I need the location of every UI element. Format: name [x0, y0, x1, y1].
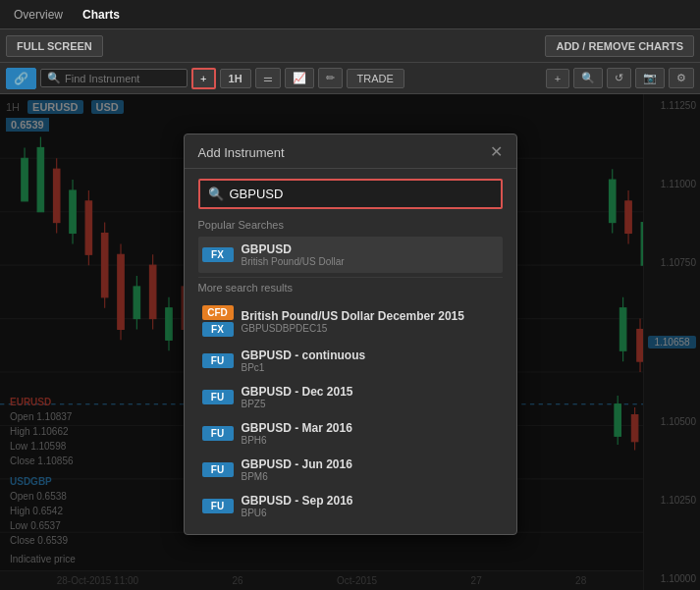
- result-name-0: GBPUSD: [242, 242, 345, 256]
- modal-search-icon: 🔍: [208, 187, 224, 201]
- more-result-sub-3: BPH6: [242, 435, 352, 446]
- more-result-4[interactable]: FU GBPUSD - Jun 2016 BPM6: [198, 452, 503, 488]
- more-result-text-2: GBPUSD - Dec 2015 BPZ5: [242, 385, 353, 409]
- chart-type-button[interactable]: ⚌: [255, 68, 281, 88]
- refresh-button[interactable]: ↺: [607, 68, 631, 88]
- badge-fu-5: FU: [202, 499, 234, 513]
- badge-fu-2: FU: [202, 390, 234, 404]
- find-instrument-input[interactable]: [65, 73, 181, 84]
- more-result-sub-4: BPM6: [242, 471, 352, 482]
- modal-search-container[interactable]: 🔍: [198, 179, 503, 209]
- result-sub-0: British Pound/US Dollar: [242, 256, 345, 267]
- more-result-sub-1: BPc1: [242, 362, 366, 373]
- search-icon: 🔍: [47, 72, 61, 84]
- badge-fx-more-0: FX: [202, 322, 234, 337]
- chart-toolbar: 🔗 🔍 + 1H ⚌ 📈 ✏ TRADE + 🔍 ↺ 📷 ⚙: [0, 63, 700, 94]
- result-text-0: GBPUSD British Pound/US Dollar: [242, 242, 345, 267]
- modal-overlay[interactable]: Add Instrument ✕ 🔍 Popular Searches FX G…: [0, 94, 700, 590]
- more-section-title: More search results: [198, 282, 503, 294]
- add-remove-charts-button[interactable]: ADD / REMOVE CHARTS: [545, 35, 694, 57]
- more-result-text-5: GBPUSD - Sep 2016 BPU6: [242, 494, 353, 518]
- toolbar-right: ADD / REMOVE CHARTS: [545, 35, 694, 57]
- nav-overview[interactable]: Overview: [8, 4, 69, 26]
- modal-search-input[interactable]: [230, 187, 493, 201]
- indicators-button[interactable]: 📈: [285, 68, 314, 88]
- modal-close-button[interactable]: ✕: [490, 144, 503, 160]
- more-result-text-3: GBPUSD - Mar 2016 BPH6: [242, 421, 352, 446]
- draw-button[interactable]: ✏: [318, 68, 343, 88]
- more-result-name-5: GBPUSD - Sep 2016: [242, 494, 353, 508]
- more-result-text-1: GBPUSD - continuous BPc1: [242, 349, 366, 373]
- add-instrument-button[interactable]: +: [191, 68, 215, 89]
- more-result-name-3: GBPUSD - Mar 2016: [242, 421, 352, 435]
- add-instrument-modal: Add Instrument ✕ 🔍 Popular Searches FX G…: [184, 134, 517, 535]
- more-result-1[interactable]: FU GBPUSD - continuous BPc1: [198, 343, 503, 379]
- toolbar-left: FULL SCREEN: [6, 35, 103, 57]
- nav-charts[interactable]: Charts: [77, 4, 126, 26]
- more-result-text-0: British Pound/US Dollar December 2015 GB…: [242, 309, 464, 334]
- more-result-name-1: GBPUSD - continuous: [242, 349, 366, 362]
- badge-cfd-0: CFD: [202, 305, 234, 320]
- more-result-sub-0: GBPUSDBPDEC15: [242, 323, 464, 334]
- more-result-3[interactable]: FU GBPUSD - Mar 2016 BPH6: [198, 415, 503, 452]
- popular-result-0[interactable]: FX GBPUSD British Pound/US Dollar: [198, 237, 503, 273]
- fullscreen-button[interactable]: FULL SCREEN: [6, 35, 103, 57]
- instrument-search-bar[interactable]: 🔍: [40, 69, 188, 87]
- link-icon-button[interactable]: 🔗: [6, 68, 36, 89]
- modal-body: 🔍 Popular Searches FX GBPUSD British Pou…: [185, 169, 516, 534]
- badge-fx-0: FX: [202, 247, 234, 262]
- badge-fu-1: FU: [202, 353, 234, 368]
- modal-header: Add Instrument ✕: [185, 134, 516, 169]
- chart-area: 1H EURUSD USD 0.6539 1.11250 1.11000 1.1…: [0, 94, 700, 590]
- more-result-5[interactable]: FU GBPUSD - Sep 2016 BPU6: [198, 488, 503, 524]
- more-result-name-4: GBPUSD - Jun 2016: [242, 457, 352, 471]
- more-result-name-0: British Pound/US Dollar December 2015: [242, 309, 464, 323]
- divider: [198, 277, 503, 278]
- camera-button[interactable]: 📷: [635, 68, 665, 88]
- add-chart-button[interactable]: +: [546, 69, 569, 88]
- popular-section-title: Popular Searches: [198, 219, 503, 231]
- main-toolbar: FULL SCREEN ADD / REMOVE CHARTS: [0, 29, 700, 63]
- modal-title: Add Instrument: [198, 145, 285, 160]
- more-result-2[interactable]: FU GBPUSD - Dec 2015 BPZ5: [198, 379, 503, 415]
- timeframe-button[interactable]: 1H: [220, 69, 251, 88]
- more-result-sub-2: BPZ5: [242, 399, 353, 409]
- more-result-0[interactable]: CFD FX British Pound/US Dollar December …: [198, 299, 503, 343]
- badge-fu-4: FU: [202, 462, 234, 477]
- more-result-sub-5: BPU6: [242, 508, 353, 518]
- top-nav: Overview Charts: [0, 0, 700, 29]
- settings-button[interactable]: ⚙: [669, 68, 694, 88]
- more-result-name-2: GBPUSD - Dec 2015: [242, 385, 353, 399]
- zoom-in-button[interactable]: 🔍: [573, 68, 603, 88]
- trade-button[interactable]: TRADE: [347, 69, 404, 88]
- more-result-text-4: GBPUSD - Jun 2016 BPM6: [242, 457, 352, 482]
- badge-fu-3: FU: [202, 426, 234, 441]
